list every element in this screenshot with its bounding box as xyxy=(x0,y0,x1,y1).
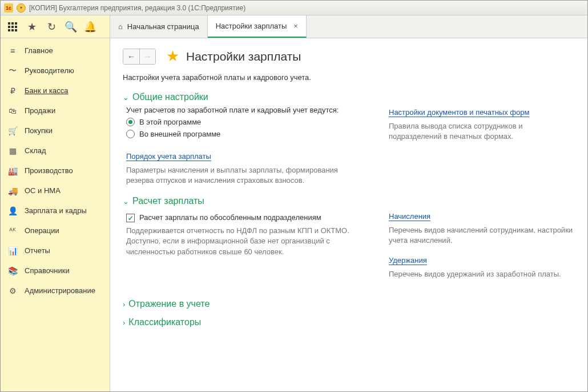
section-reflection-title: Отражение в учете xyxy=(128,299,210,309)
page-title: Настройки зарплаты xyxy=(186,50,301,63)
app-icon-1c: 1c xyxy=(4,3,13,13)
sidebar-icon: ≡ xyxy=(7,46,18,55)
sidebar-icon: ᴬᴷ xyxy=(7,226,18,235)
grid-icon xyxy=(8,22,17,31)
sidebar-item-2[interactable]: ₽Банк и касса xyxy=(1,81,110,101)
sidebar-item-4[interactable]: 🛒Покупки xyxy=(1,121,110,141)
sidebar-items: ≡Главное〜Руководителю₽Банк и касса🛍Прода… xyxy=(1,38,110,391)
section-reflection-header[interactable]: › Отражение в учете xyxy=(123,299,575,309)
chevron-down-icon: ⌄ xyxy=(123,197,129,206)
salary-order-desc: Параметры начисления и выплаты зарплаты,… xyxy=(126,165,366,186)
sidebar-item-5[interactable]: ▦Склад xyxy=(1,141,110,161)
sidebar-item-label: Производство xyxy=(25,166,73,175)
accruals-desc: Перечень видов начислений сотрудникам, н… xyxy=(389,225,575,246)
sidebar-item-label: Покупки xyxy=(25,126,53,135)
link-accruals[interactable]: Начисления xyxy=(389,212,430,221)
sidebar-item-label: Администрирование xyxy=(25,286,95,295)
apps-grid-button[interactable] xyxy=(3,16,22,38)
sidebar-item-3[interactable]: 🛍Продажи xyxy=(1,101,110,121)
section-general-title: Общие настройки xyxy=(132,92,208,102)
sidebar-item-label: Продажи xyxy=(25,106,55,115)
tab-salary-settings[interactable]: Настройки зарплаты × xyxy=(208,15,307,38)
app-menu-dropdown[interactable] xyxy=(17,3,26,13)
radio-this-label: В этой программе xyxy=(139,118,201,126)
titlebar: 1c [КОПИЯ] Бухгалтерия предприятия, реда… xyxy=(1,1,587,15)
checkbox-icon: ✓ xyxy=(126,214,135,222)
sidebar-icon: ₽ xyxy=(7,86,18,95)
sidebar-icon: 📊 xyxy=(7,246,18,255)
checkbox-separate-label: Расчет зарплаты по обособленным подразде… xyxy=(139,213,321,222)
link-salary-order[interactable]: Порядок учета зарплаты xyxy=(126,152,211,161)
window-title: [КОПИЯ] Бухгалтерия предприятия, редакци… xyxy=(29,4,245,12)
link-doc-settings[interactable]: Настройки документов и печатных форм xyxy=(389,108,529,117)
sidebar-icon: ⚙ xyxy=(7,286,18,295)
sidebar-item-label: ОС и НМА xyxy=(25,186,61,195)
radio-this-program[interactable]: В этой программе xyxy=(126,118,366,126)
sidebar-toolbar: ★ ↻ 🔍 🔔 xyxy=(1,15,110,38)
sidebar-item-8[interactable]: 👤Зарплата и кадры xyxy=(1,201,110,221)
nav-forward-button[interactable]: → xyxy=(139,49,155,64)
sidebar-item-label: Справочники xyxy=(25,266,70,275)
section-general-header[interactable]: ⌄ Общие настройки xyxy=(123,92,575,102)
chevron-right-icon: › xyxy=(123,318,125,327)
accounting-mode-label: Учет расчетов по заработной плате и кадр… xyxy=(126,106,366,114)
sidebar-item-10[interactable]: 📊Отчеты xyxy=(1,241,110,261)
sidebar-item-label: Зарплата и кадры xyxy=(25,206,87,215)
sidebar: ★ ↻ 🔍 🔔 ≡Главное〜Руководителю₽Банк и кас… xyxy=(1,15,110,391)
sidebar-icon: 🛒 xyxy=(7,126,18,135)
close-icon[interactable]: × xyxy=(293,22,298,30)
page-content: ← → ★ Настройки зарплаты Настройки учета… xyxy=(110,38,587,391)
deductions-desc: Перечень видов удержаний из заработной п… xyxy=(389,269,575,279)
search-button[interactable]: 🔍 xyxy=(61,16,80,38)
sidebar-item-label: Руководителю xyxy=(25,66,74,75)
notifications-button[interactable]: 🔔 xyxy=(80,16,100,38)
nav-buttons: ← → xyxy=(123,49,156,65)
tab-salary-label: Настройки зарплаты xyxy=(216,22,287,30)
sidebar-item-label: Главное xyxy=(25,46,53,55)
sidebar-item-9[interactable]: ᴬᴷОперации xyxy=(1,221,110,241)
sidebar-item-label: Банк и касса xyxy=(25,86,69,95)
page-subtitle: Настройки учета заработной платы и кадро… xyxy=(123,73,575,82)
tab-home[interactable]: ⌂ Начальная страница xyxy=(110,15,208,38)
tabs-bar: ⌂ Начальная страница Настройки зарплаты … xyxy=(110,15,587,38)
radio-icon xyxy=(126,130,135,138)
history-button[interactable]: ↻ xyxy=(42,16,61,38)
radio-external-label: Во внешней программе xyxy=(139,130,220,138)
sidebar-icon: 〜 xyxy=(7,66,18,76)
sidebar-item-11[interactable]: 📚Справочники xyxy=(1,261,110,281)
star-icon[interactable]: ★ xyxy=(166,47,179,65)
sidebar-item-label: Операции xyxy=(25,226,59,235)
sidebar-item-12[interactable]: ⚙Администрирование xyxy=(1,281,110,301)
home-icon: ⌂ xyxy=(118,22,123,31)
tab-home-label: Начальная страница xyxy=(127,22,199,31)
section-classifiers-header[interactable]: › Классификаторы xyxy=(123,317,575,327)
checkbox-separate-divisions[interactable]: ✓ Расчет зарплаты по обособленным подраз… xyxy=(126,213,366,222)
checkbox-separate-desc: Поддерживается отчетность по НДФЛ по раз… xyxy=(126,226,366,257)
sidebar-icon: 🚚 xyxy=(7,186,18,195)
favorites-button[interactable]: ★ xyxy=(22,16,42,38)
sidebar-icon: 📚 xyxy=(7,266,18,275)
doc-settings-desc: Правила вывода списка сотрудников и подр… xyxy=(389,121,575,142)
link-deductions[interactable]: Удержания xyxy=(389,256,427,265)
section-classifiers-title: Классификаторы xyxy=(128,317,201,327)
sidebar-icon: 🏭 xyxy=(7,166,18,175)
nav-back-button[interactable]: ← xyxy=(123,49,139,64)
section-calc-title: Расчет зарплаты xyxy=(132,196,204,206)
sidebar-icon: 👤 xyxy=(7,206,18,215)
chevron-right-icon: › xyxy=(123,300,125,309)
sidebar-icon: ▦ xyxy=(7,146,18,155)
radio-external-program[interactable]: Во внешней программе xyxy=(126,130,366,138)
sidebar-item-label: Отчеты xyxy=(25,246,50,255)
section-calc-header[interactable]: ⌄ Расчет зарплаты xyxy=(123,196,575,206)
chevron-down-icon: ⌄ xyxy=(123,93,129,102)
radio-icon xyxy=(126,118,135,126)
sidebar-item-1[interactable]: 〜Руководителю xyxy=(1,61,110,81)
sidebar-icon: 🛍 xyxy=(7,106,18,115)
sidebar-item-0[interactable]: ≡Главное xyxy=(1,41,110,61)
sidebar-item-label: Склад xyxy=(25,146,46,155)
sidebar-item-6[interactable]: 🏭Производство xyxy=(1,161,110,181)
sidebar-item-7[interactable]: 🚚ОС и НМА xyxy=(1,181,110,201)
